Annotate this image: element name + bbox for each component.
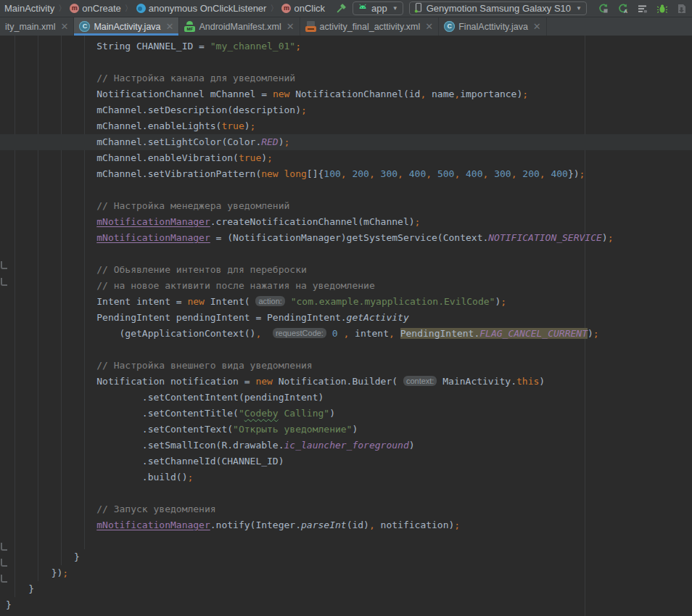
code-token: ) xyxy=(279,136,284,147)
code-token: PendingIntent. xyxy=(400,328,480,339)
code-token: true xyxy=(221,120,244,131)
breadcrumb-item-mainactivity[interactable]: MainActivity xyxy=(3,3,56,14)
code-token: String CHANNEL_ID = xyxy=(96,41,210,52)
code-token: ) xyxy=(329,408,335,419)
code-token: , xyxy=(398,168,403,179)
code-token: FLAG_CANCEL_CURRENT xyxy=(479,328,588,339)
code-line: .build(); xyxy=(6,469,692,485)
device-selector[interactable]: Genymotion Samsung Galaxy S10 ▼ xyxy=(409,1,587,15)
close-tab-icon[interactable]: ✕ xyxy=(60,21,68,32)
code-line: mChannel.enableLights(true); xyxy=(6,118,692,134)
code-token: 200 xyxy=(522,168,539,179)
code-token: ; xyxy=(522,89,528,99)
code-token xyxy=(488,168,494,179)
code-line xyxy=(6,54,692,70)
code-token: // Настройка внешнего вида уведомления xyxy=(96,360,312,371)
run-configurations-icon[interactable] xyxy=(636,2,648,15)
breadcrumb-item-onclick[interactable]: monClick xyxy=(280,3,326,14)
close-tab-icon[interactable]: ✕ xyxy=(425,21,433,32)
tab-mainactivity-java[interactable]: CMainActivity.java✕ xyxy=(74,17,179,36)
breadcrumb-separator-icon: 〉 xyxy=(57,3,67,14)
code-token: ; xyxy=(187,472,193,482)
parameter-hint: action: xyxy=(255,296,284,306)
debug-icon[interactable] xyxy=(656,2,668,15)
code-token: ) xyxy=(244,120,250,131)
code-token xyxy=(460,168,466,179)
code-line xyxy=(6,533,692,549)
code-token: , xyxy=(540,168,545,179)
code-token: // Обьявление интентов для переброски xyxy=(96,264,307,275)
apply-code-changes-icon[interactable]: A xyxy=(617,2,629,15)
code-token: mNotificationManager xyxy=(96,520,210,530)
code-token: .build() xyxy=(142,472,188,482)
tab-label: AndroidManifest.xml xyxy=(199,22,281,32)
code-token: , xyxy=(426,168,432,179)
chevron-down-icon: ▼ xyxy=(392,5,398,12)
code-token: (id) xyxy=(347,520,369,530)
code-token: mNotificationManager xyxy=(96,216,210,227)
code-token: ) xyxy=(602,232,608,243)
code-line xyxy=(6,342,692,358)
code-token: ; xyxy=(454,520,460,530)
code-token: ic_launcher_foreground xyxy=(284,440,409,451)
code-line: .setSmallIcon(R.drawable.ic_launcher_for… xyxy=(6,438,692,453)
code-token: }) xyxy=(568,168,580,179)
code-token: , xyxy=(454,89,460,99)
code-line xyxy=(6,246,692,262)
code-token: .setContentTitle( xyxy=(142,408,239,419)
code-editor[interactable]: String CHANNEL_ID = "my_channel_01"; // … xyxy=(0,36,692,616)
close-tab-icon[interactable]: ✕ xyxy=(533,21,541,32)
breadcrumb-item-oncreate[interactable]: monCreate xyxy=(68,3,122,14)
run-toolbar: app ▼ Genymotion Samsung Galaxy S10 ▼ xyxy=(334,1,688,15)
code-token: .setSmallIcon(R.drawable. xyxy=(142,440,284,451)
code-token: new xyxy=(187,296,204,307)
code-token: ) xyxy=(409,440,415,451)
code-token: intent xyxy=(349,328,389,339)
close-tab-icon[interactable]: ✕ xyxy=(166,21,174,32)
code-line: .setContentTitle("Codeby Calling") xyxy=(6,406,692,422)
code-area: String CHANNEL_ID = "my_channel_01"; // … xyxy=(6,38,692,613)
code-token: 100 xyxy=(324,168,340,179)
code-token: } xyxy=(74,551,80,562)
code-line: .setChannelId(CHANNEL_ID) xyxy=(6,453,692,469)
main-toolbar: MainActivity〉monCreate〉anonymous OnClick… xyxy=(0,0,692,17)
code-line xyxy=(6,485,692,501)
tab-finalacttivity-java[interactable]: CFinalActtivity.java✕ xyxy=(439,17,547,36)
module-selector[interactable]: app ▼ xyxy=(353,1,403,15)
code-token: .setContentIntent(pendingIntent) xyxy=(142,392,324,403)
profiler-icon[interactable] xyxy=(675,2,688,15)
code-token xyxy=(432,168,437,179)
code-line: // Настройка внешнего вида уведомления xyxy=(6,358,692,374)
code-token: ; xyxy=(415,216,421,227)
apply-changes-restart-icon[interactable] xyxy=(597,2,609,15)
code-token: "com.example.myapplication.EvilCode" xyxy=(291,296,495,307)
code-token: NotificationChannel(id xyxy=(289,89,420,99)
tab-activity-final-acttivity-xml[interactable]: activity_final_acttivity.xml✕ xyxy=(300,17,440,36)
code-token: // Настройка канала для уведомлений xyxy=(96,73,295,83)
code-token: } xyxy=(28,583,34,594)
close-tab-icon[interactable]: ✕ xyxy=(287,21,294,32)
device-selector-label: Genymotion Samsung Galaxy S10 xyxy=(427,3,571,14)
code-token: true xyxy=(239,152,261,163)
breadcrumb-separator-icon: 〉 xyxy=(124,3,133,14)
code-line: mChannel.enableVibration(true); xyxy=(6,150,692,166)
code-line: } xyxy=(6,581,692,597)
code-line: mNotificationManager = (NotificationMana… xyxy=(6,230,692,246)
code-token: ; xyxy=(580,168,585,179)
code-token: ; xyxy=(501,296,506,307)
breadcrumb-item-anonymous-onclicklistener[interactable]: anonymous OnClickListener xyxy=(135,3,268,14)
tab-androidmanifest-xml[interactable]: MFAndroidManifest.xml✕ xyxy=(179,17,300,36)
code-token: mNotificationManager xyxy=(96,232,210,243)
tab-label: MainActivity.java xyxy=(94,22,160,32)
code-token: ; xyxy=(267,152,273,163)
code-line: (getApplicationContext(), requestCode: 0… xyxy=(6,326,692,342)
code-token: .setContentText( xyxy=(142,424,233,435)
tab-ity-main-xml[interactable]: ity_main.xml✕ xyxy=(0,17,74,36)
code-token: RED xyxy=(261,136,278,147)
code-token: ; xyxy=(301,104,307,115)
code-token: 200 xyxy=(352,168,368,179)
code-token: name xyxy=(426,89,454,99)
module-selector-label: app xyxy=(371,3,387,14)
build-hammer-icon[interactable] xyxy=(334,2,347,15)
code-token: .createNotificationChannel(mChannel) xyxy=(210,216,415,227)
